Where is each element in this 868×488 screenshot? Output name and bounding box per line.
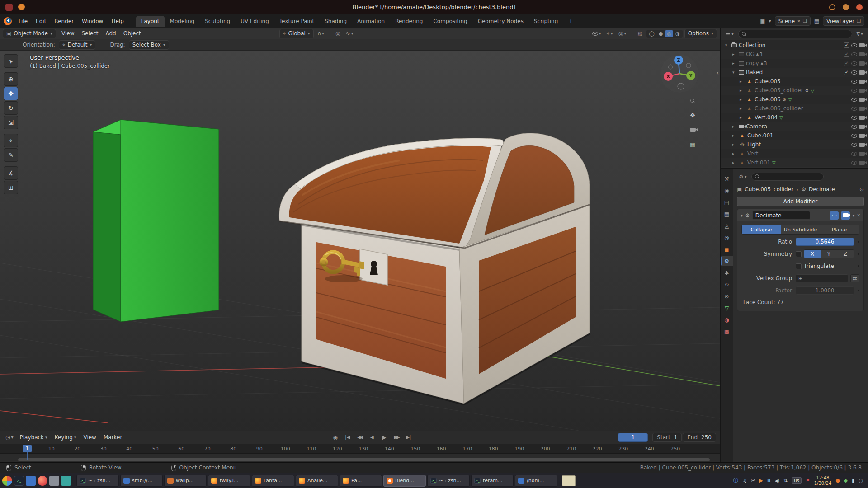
- disclosure-triangle-icon[interactable]: [732, 70, 737, 75]
- menu-item[interactable]: File: [14, 16, 32, 26]
- display-render-toggle[interactable]: [841, 211, 850, 220]
- disable-in-render-camera-icon[interactable]: [859, 43, 865, 47]
- hide-in-viewport-eye-icon[interactable]: [851, 61, 857, 66]
- outliner-row[interactable]: copy 3 ⚙ ▽: [721, 59, 868, 68]
- outliner-row[interactable]: Vert.001 ⚙ ▽: [721, 158, 868, 167]
- new-scene-icon[interactable]: [803, 19, 807, 23]
- disable-in-render-camera-icon[interactable]: [859, 143, 865, 147]
- info-icon[interactable]: [733, 477, 738, 484]
- timeline-menu-item[interactable]: Playback: [16, 433, 51, 442]
- outliner-row[interactable]: Vert.004 ⚙ ▽: [721, 113, 868, 122]
- unlink-scene-icon[interactable]: [797, 19, 801, 23]
- shading-rendered-button[interactable]: [674, 30, 682, 37]
- frame-end-field[interactable]: End 250: [683, 433, 716, 442]
- properties-tab[interactable]: [721, 232, 733, 243]
- green-cube-object[interactable]: [93, 120, 219, 322]
- tool-button[interactable]: [4, 166, 18, 180]
- symmetry-axis-button[interactable]: Z: [837, 250, 854, 258]
- disclosure-triangle-icon[interactable]: [740, 79, 744, 84]
- menu-item[interactable]: Render: [50, 16, 78, 26]
- viewport-menu-item[interactable]: View: [58, 29, 78, 38]
- properties-tab[interactable]: [721, 267, 733, 278]
- properties-tab[interactable]: [721, 174, 733, 184]
- zoom-button[interactable]: [687, 96, 698, 106]
- scene-browse-caret-icon[interactable]: [769, 19, 771, 23]
- animate-dot-icon[interactable]: [858, 241, 859, 243]
- menu-item[interactable]: Help: [107, 16, 127, 26]
- decimate-mode-tab[interactable]: Collapse: [742, 225, 781, 234]
- viewport-3d[interactable]: User Perspective (1) Baked | Cube.005_co…: [0, 51, 720, 431]
- decimate-mode-tab[interactable]: Un-Subdivide: [781, 225, 821, 234]
- workspace-tab[interactable]: Geometry Nodes: [473, 16, 528, 27]
- disable-in-render-camera-icon[interactable]: [859, 52, 865, 56]
- hide-in-viewport-eye-icon[interactable]: [851, 152, 857, 156]
- timeline-menu-item[interactable]: Keying: [51, 433, 80, 442]
- workspace-tab[interactable]: Modeling: [165, 16, 200, 27]
- disable-in-render-camera-icon[interactable]: [859, 80, 865, 84]
- modifier-name-field[interactable]: [752, 211, 810, 220]
- hide-in-viewport-eye-icon[interactable]: [851, 89, 857, 93]
- disclosure-triangle-icon[interactable]: [740, 106, 744, 111]
- properties-tab[interactable]: [721, 209, 733, 219]
- tool-button[interactable]: [4, 181, 18, 194]
- hide-in-viewport-eye-icon[interactable]: [851, 52, 857, 56]
- disclosure-triangle-icon[interactable]: [732, 151, 737, 156]
- show-object-types[interactable]: [590, 30, 603, 37]
- maximize-button[interactable]: [843, 4, 849, 10]
- camera-view-button[interactable]: [687, 125, 698, 135]
- taskbar-window-button[interactable]: Analie...: [296, 475, 338, 487]
- triangulate-checkbox[interactable]: [796, 263, 802, 269]
- outliner-row[interactable]: Baked ⚙ ▽: [721, 68, 868, 77]
- clock[interactable]: 12:48 1/30/24: [814, 475, 832, 486]
- music-icon[interactable]: [742, 477, 747, 484]
- disclosure-triangle-icon[interactable]: [740, 88, 744, 93]
- timeline-menu-item[interactable]: Marker: [100, 433, 126, 442]
- outliner-row[interactable]: Cube.005_collider ⚙ ▽: [721, 86, 868, 95]
- disable-in-render-camera-icon[interactable]: [859, 152, 865, 156]
- taskbar-window-button[interactable]: teram...: [471, 475, 514, 487]
- flag-icon[interactable]: [806, 478, 810, 483]
- decimate-mode-tab[interactable]: Planar: [820, 225, 859, 234]
- outliner-row[interactable]: Cube.001 ⚙ ▽: [721, 131, 868, 140]
- editor-icon[interactable]: [49, 476, 59, 486]
- outliner-row[interactable]: Light ⚙ ▽: [721, 140, 868, 149]
- keyboard-layout-indicator[interactable]: us: [792, 477, 802, 484]
- factor-field[interactable]: 1.0000: [796, 286, 854, 295]
- files-icon[interactable]: [26, 476, 36, 486]
- current-frame-field[interactable]: 1: [618, 433, 648, 442]
- collection-checkbox[interactable]: [844, 61, 849, 66]
- options-button[interactable]: Options: [684, 29, 717, 38]
- properties-tab[interactable]: [721, 256, 733, 266]
- workspace-tab[interactable]: Rendering: [390, 16, 428, 27]
- timeline-editor-type[interactable]: [4, 434, 15, 441]
- disclosure-triangle-icon[interactable]: [740, 97, 744, 102]
- panel-expand-icon[interactable]: [741, 213, 743, 218]
- breadcrumb-object-name[interactable]: Cube.005_collider: [745, 186, 793, 192]
- properties-tab[interactable]: [721, 314, 733, 325]
- symmetry-checkbox[interactable]: [796, 251, 802, 257]
- tool-button[interactable]: [4, 148, 18, 162]
- viewlayer-selector[interactable]: ViewLayer: [823, 16, 864, 26]
- notes-window-button[interactable]: [562, 475, 576, 486]
- auto-key-button[interactable]: [330, 433, 341, 442]
- blender-logo-icon[interactable]: [4, 17, 12, 25]
- properties-tab[interactable]: [721, 291, 733, 301]
- taskbar-window-button[interactable]: ~ : zsh...: [427, 475, 470, 487]
- disclosure-triangle-icon[interactable]: [732, 52, 737, 56]
- properties-tab[interactable]: [721, 326, 733, 337]
- snap-toggle[interactable]: [316, 30, 326, 37]
- taskbar-window-button[interactable]: Fanta...: [252, 475, 294, 487]
- taskbar-window-button[interactable]: smb://...: [120, 475, 163, 487]
- jump-to-end-button[interactable]: [403, 433, 414, 442]
- hide-in-viewport-eye-icon[interactable]: [851, 107, 857, 111]
- workspace-tab[interactable]: Shading: [320, 16, 352, 27]
- workspace-tab[interactable]: Compositing: [428, 16, 472, 27]
- disclosure-triangle-icon[interactable]: [732, 160, 737, 165]
- minimize-button[interactable]: [829, 4, 835, 10]
- playhead[interactable]: 1: [23, 445, 32, 452]
- workspace-tab[interactable]: Texture Paint: [274, 16, 319, 27]
- animate-dot-icon[interactable]: [858, 290, 859, 291]
- hide-in-viewport-eye-icon[interactable]: [851, 43, 857, 47]
- outliner-row[interactable]: OG 3 ⚙ ▽: [721, 50, 868, 59]
- menu-item[interactable]: Edit: [32, 16, 50, 26]
